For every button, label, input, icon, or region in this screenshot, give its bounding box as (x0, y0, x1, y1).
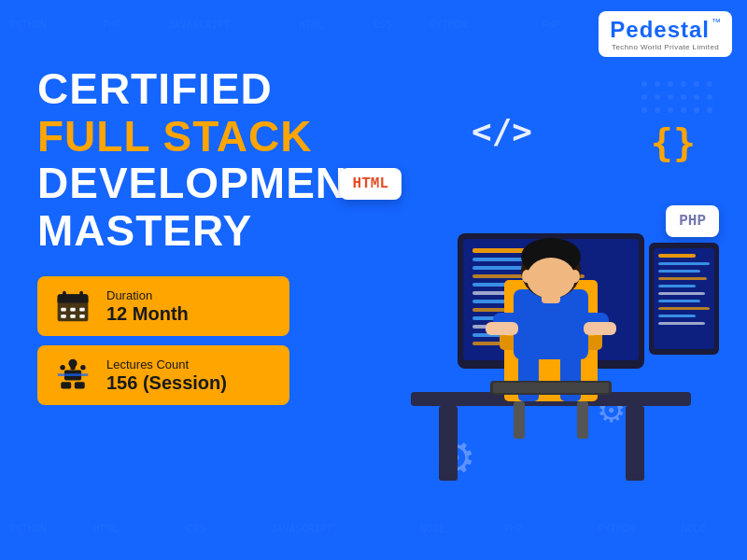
svg-text:JAVASCRIPT: JAVASCRIPT (168, 19, 231, 31)
svg-rect-41 (70, 308, 75, 312)
svg-rect-37 (58, 300, 89, 303)
calendar-icon (52, 286, 93, 327)
svg-text:JAVASCRIPT: JAVASCRIPT (271, 523, 333, 535)
logo-name: Pedestal (610, 17, 710, 43)
svg-rect-50 (58, 374, 89, 377)
svg-text:CSS: CSS (187, 523, 205, 535)
title-fullstack: FULL STACK (37, 113, 402, 161)
svg-rect-79 (658, 285, 696, 287)
svg-text:NODE: NODE (420, 523, 445, 535)
svg-rect-77 (658, 270, 700, 273)
svg-rect-104 (493, 383, 609, 393)
title-certified: CERTIFIED (37, 65, 402, 113)
title-mastery: MASTERY (37, 207, 402, 255)
svg-rect-40 (61, 308, 65, 312)
svg-text:CSS: CSS (374, 19, 392, 31)
svg-text:NODE: NODE (682, 523, 707, 535)
info-cards: Duration 12 Month (37, 276, 402, 405)
svg-rect-88 (514, 401, 525, 439)
svg-rect-102 (542, 289, 560, 303)
svg-rect-80 (658, 292, 705, 295)
lectures-card: Lectures Count 156 (Session) (37, 345, 289, 405)
svg-rect-38 (63, 291, 66, 300)
svg-rect-78 (658, 277, 707, 280)
svg-rect-75 (658, 254, 696, 258)
svg-rect-43 (61, 315, 65, 318)
svg-point-53 (80, 365, 85, 370)
duration-card: Duration 12 Month (37, 276, 289, 336)
svg-point-101 (571, 270, 580, 283)
svg-rect-76 (658, 262, 710, 265)
svg-rect-82 (658, 307, 710, 310)
svg-point-51 (60, 365, 64, 370)
svg-rect-56 (626, 406, 644, 481)
lectures-label: Lectures Count (106, 357, 227, 371)
logo-tm: ™ (712, 17, 721, 27)
main-container: PYTHON PHP JAVASCRIPT HTML CSS PYTHON PH… (0, 0, 747, 560)
svg-rect-83 (658, 315, 696, 317)
lectures-text: Lectures Count 156 (Session) (106, 357, 227, 394)
svg-text:PYTHON: PYTHON (598, 523, 635, 535)
svg-rect-44 (70, 315, 75, 318)
duration-text: Duration 12 Month (106, 288, 189, 325)
developer-illustration (355, 75, 728, 523)
svg-text:PHP: PHP (542, 19, 560, 31)
svg-text:PYTHON: PYTHON (430, 19, 467, 31)
svg-rect-48 (61, 383, 71, 389)
svg-rect-94 (486, 322, 518, 335)
logo-subtitle: Techno World Private Limited (612, 43, 719, 51)
svg-rect-55 (439, 406, 458, 481)
svg-rect-84 (658, 322, 705, 325)
svg-text:PYTHON: PYTHON (9, 19, 47, 31)
svg-rect-49 (75, 383, 85, 389)
lectures-icon (52, 355, 93, 396)
svg-text:HTML: HTML (93, 523, 119, 535)
svg-text:PHP: PHP (504, 523, 523, 535)
svg-rect-39 (79, 291, 83, 300)
lectures-value: 156 (Session) (106, 371, 227, 394)
svg-point-100 (522, 270, 531, 283)
svg-rect-42 (79, 308, 84, 312)
svg-rect-96 (584, 322, 616, 335)
left-content: CERTIFIED FULL STACK DEVELOPMENT MASTERY (37, 65, 402, 405)
logo-area: Pedestal ™ Techno World Private Limited (599, 11, 732, 57)
svg-rect-59 (472, 248, 529, 253)
duration-value: 12 Month (106, 302, 189, 325)
svg-rect-81 (658, 300, 700, 302)
svg-text:HTML: HTML (299, 19, 324, 31)
svg-rect-45 (79, 315, 84, 318)
duration-label: Duration (106, 288, 189, 302)
svg-text:PHP: PHP (103, 19, 121, 31)
svg-text:PYTHON: PYTHON (9, 523, 47, 535)
svg-point-52 (70, 365, 75, 370)
svg-rect-89 (577, 401, 588, 439)
